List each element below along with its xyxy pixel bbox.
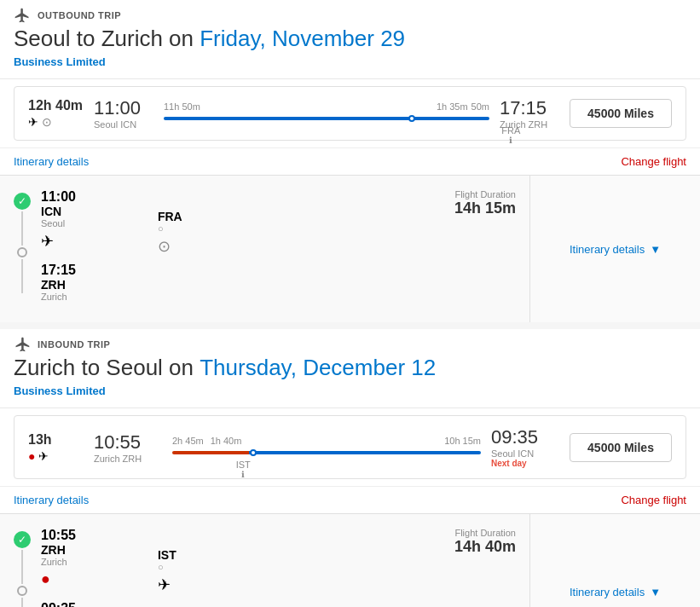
outbound-itinerary-right-inner: Itinerary details ▼ [570, 243, 661, 256]
inbound-connector1 [21, 550, 23, 584]
inbound-itinerary-link[interactable]: Itinerary details [14, 494, 89, 506]
outbound-stop-circle: ○ [158, 223, 182, 234]
inbound-type-row: INBOUND TRIP [14, 336, 686, 353]
outbound-itinerary-right[interactable]: Itinerary details ▼ [529, 176, 700, 322]
inbound-arr-time: 09:35 [491, 426, 538, 448]
inbound-duration-block: 13h ● ✈ [28, 432, 84, 463]
inbound-arr-airport: Seoul ICN [491, 448, 534, 459]
outbound-itinerary-link[interactable]: Itinerary details [14, 155, 89, 168]
inbound-bar [172, 451, 481, 454]
outbound-change-link[interactable]: Change flight [621, 155, 686, 168]
outbound-miles-box: 45000 Miles [570, 99, 672, 128]
inbound-timeline: 2h 45m 1h 40m 10h 15m IST ℹ [172, 436, 481, 460]
inbound-bar-container [172, 449, 481, 456]
outbound-title: Seoul to Zurich on Friday, November 29 [14, 26, 686, 52]
inbound-dep-airline-icon: ● [41, 570, 76, 588]
outbound-connector1 [21, 211, 23, 246]
outbound-type-label: OUTBOUND TRIP [38, 10, 121, 20]
inbound-dep-time: 10:55 [94, 431, 141, 454]
inbound-connector2 [21, 598, 23, 607]
inbound-stop-dot [250, 449, 257, 456]
inbound-arr-block: 09:35 Seoul ICN Next day [491, 426, 559, 468]
outbound-bar-container [164, 115, 489, 122]
outbound-header: OUTBOUND TRIP Seoul to Zurich on Friday,… [0, 0, 700, 79]
outbound-arr-code-detail: ZRH [41, 278, 444, 292]
outbound-plane-icon [14, 7, 31, 24]
outbound-duration-block: 12h 40m ✈ ⊙ [28, 98, 84, 129]
inbound-duration: 13h [28, 432, 84, 448]
airline2-icon: ⊙ [42, 115, 52, 129]
inbound-section: INBOUND TRIP Zurich to Seoul on Thursday… [0, 329, 700, 607]
inbound-check-circle: ✓ [14, 531, 31, 548]
outbound-dep-airline-icon: ✈ [41, 232, 76, 251]
inbound-itinerary-right[interactable]: Itinerary details ▼ [529, 514, 700, 607]
inbound-itinerary-right-inner: Itinerary details ▼ [570, 586, 661, 598]
inbound-next-day: Next day [491, 459, 527, 468]
outbound-dep-city-detail: Seoul [41, 218, 76, 228]
outbound-leg2b-dur: 50m [471, 101, 489, 112]
outbound-bar [164, 117, 489, 120]
inbound-itinerary-bar: Itinerary details Change flight [0, 486, 700, 513]
outbound-type-row: OUTBOUND TRIP [14, 7, 686, 24]
inbound-stop-label: IST ℹ [236, 460, 251, 479]
outbound-detail-dep: ✓ 11:00 ICN Seoul ✈ [14, 189, 516, 302]
outbound-dep-time: 11:00 [94, 97, 141, 119]
outbound-flight-card: 12h 40m ✈ ⊙ 11:00 Seoul ICN 11h 50m 1h 3… [14, 86, 686, 141]
outbound-leg2-dur: 1h 35m [437, 101, 468, 112]
outbound-stop-info: ℹ [509, 136, 512, 145]
inbound-airline2-icon: ✈ [38, 449, 49, 463]
outbound-itinerary-right-label: Itinerary details [570, 243, 645, 256]
outbound-detail: ✓ 11:00 ICN Seoul ✈ [0, 175, 700, 322]
inbound-leg3-dur: 10h 15m [444, 436, 481, 446]
inbound-leg1-dur: 2h 45m [172, 436, 204, 446]
outbound-dep-time-detail: 11:00 [41, 189, 76, 205]
inbound-dep-block: 10:55 Zurich ZRH [94, 431, 162, 464]
outbound-dep-info: 11:00 ICN Seoul ✈ FRA ○ ⊙ [41, 189, 444, 302]
inbound-stop-circle: ○ [158, 562, 176, 572]
outbound-duration: 12h 40m [28, 98, 84, 113]
outbound-connector2 [21, 259, 23, 293]
airline1-icon: ✈ [28, 115, 38, 129]
outbound-stop-code-detail: FRA [158, 210, 182, 223]
inbound-dep-time-detail: 10:55 [41, 528, 76, 543]
inbound-detail: ✓ 10:55 ZRH Zurich ● [0, 513, 700, 607]
outbound-dep-block: 11:00 Seoul ICN [94, 97, 153, 130]
inbound-title: Zurich to Seoul on Thursday, December 12 [14, 355, 686, 381]
inbound-stop-code-detail: IST [158, 548, 176, 562]
inbound-flight-card: 13h ● ✈ 10:55 Zurich ZRH 2h 45m 1h 40m 1… [14, 415, 686, 479]
outbound-stop-dot [408, 115, 415, 122]
outbound-dep-code-detail: ICN [41, 205, 76, 218]
inbound-flight-duration: Flight Duration 14h 40m [454, 528, 516, 556]
outbound-chevron-icon: ▼ [650, 243, 661, 256]
inbound-miles-box: 45000 Miles [570, 433, 672, 462]
inbound-leg2-dur: 1h 40m [211, 436, 242, 446]
inbound-chevron-icon: ▼ [650, 586, 661, 598]
outbound-dep-airport: Seoul ICN [94, 119, 136, 130]
outbound-airline-icons: ✈ ⊙ [28, 115, 84, 129]
outbound-stop-icon [17, 247, 27, 257]
outbound-timeline-labels: 11h 50m 1h 35m 50m [164, 101, 489, 112]
inbound-header: INBOUND TRIP Zurich to Seoul on Thursday… [0, 329, 700, 408]
inbound-dep-city-detail: Zurich [41, 557, 76, 567]
outbound-section: OUTBOUND TRIP Seoul to Zurich on Friday,… [0, 0, 700, 322]
inbound-timeline-labels: 2h 45m 1h 40m 10h 15m [172, 436, 481, 446]
outbound-dep-line: ✓ [14, 189, 31, 295]
inbound-arr-time-detail: 09:35 [41, 601, 444, 607]
inbound-itinerary-right-label: Itinerary details [570, 586, 645, 598]
inbound-plane-icon [14, 336, 31, 353]
outbound-check-circle: ✓ [14, 193, 31, 210]
outbound-stop-airline-icon: ⊙ [158, 237, 182, 256]
inbound-detail-left: ✓ 10:55 ZRH Zurich ● [0, 514, 529, 607]
inbound-stop-info-col: IST ○ ✈ [158, 548, 176, 594]
inbound-stop-airline-icon: ✈ [158, 575, 176, 594]
inbound-airline1-icon: ● [28, 449, 35, 463]
outbound-itinerary-bar: Itinerary details Change flight [0, 147, 700, 175]
outbound-detail-left: ✓ 11:00 ICN Seoul ✈ [0, 176, 529, 322]
outbound-arr-time-detail: 17:15 [41, 263, 444, 278]
inbound-cabin: Business Limited [14, 384, 686, 397]
inbound-dep-code-detail: ZRH [41, 543, 76, 557]
inbound-change-link[interactable]: Change flight [621, 494, 686, 506]
inbound-stop-info: ℹ [241, 470, 245, 479]
outbound-leg1-dur: 11h 50m [164, 101, 200, 112]
outbound-stop-label: FRA ℹ [501, 125, 520, 145]
